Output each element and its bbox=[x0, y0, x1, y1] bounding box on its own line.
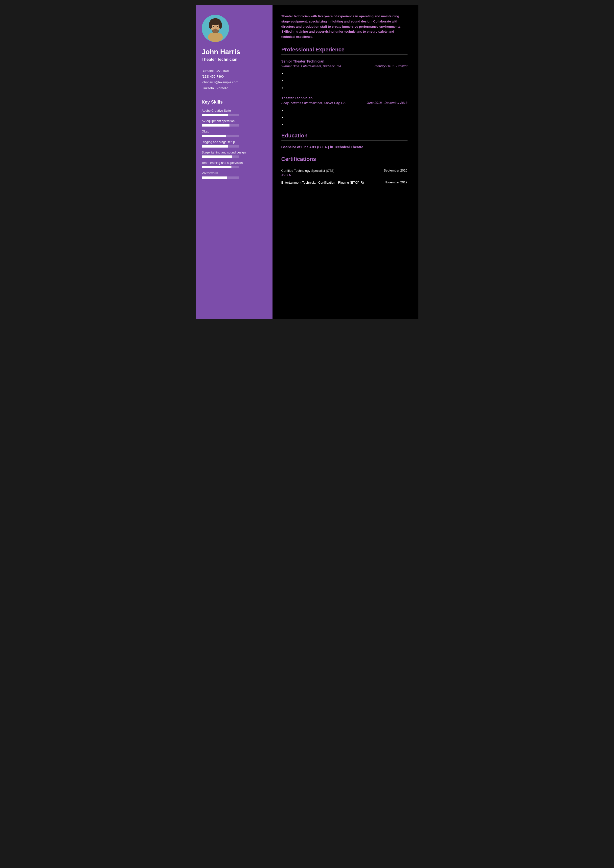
bullet-item bbox=[286, 78, 407, 83]
certifications-divider bbox=[281, 164, 407, 164]
skill-label: Stage lighting and sound design bbox=[202, 150, 267, 155]
certification-entry: Entertainment Technician Certification -… bbox=[281, 180, 407, 185]
education-list: Bachelor of Fine Arts (B.F.A.) in Techni… bbox=[281, 145, 407, 149]
cert-row: Entertainment Technician Certification -… bbox=[281, 180, 407, 185]
education-entry: Bachelor of Fine Arts (B.F.A.) in Techni… bbox=[281, 145, 407, 149]
job-dates: January 2019 - Present bbox=[374, 64, 407, 68]
skill-bar-fill bbox=[202, 155, 232, 158]
bullet-item bbox=[286, 108, 407, 113]
skill-label: AV equipment operation bbox=[202, 119, 267, 123]
contact-links[interactable]: LinkedIn | Portfolio bbox=[202, 86, 267, 90]
skill-bar-background bbox=[202, 155, 239, 158]
jobs-list: Senior Theater TechnicianWarner Bros. En… bbox=[281, 59, 407, 127]
svg-point-10 bbox=[213, 26, 214, 27]
cert-date: September 2020 bbox=[384, 169, 407, 172]
job-bullets bbox=[281, 71, 407, 90]
cert-left: Entertainment Technician Certification -… bbox=[281, 180, 364, 185]
education-degree: Bachelor of Fine Arts (B.F.A.) in Techni… bbox=[281, 145, 407, 149]
svg-point-4 bbox=[208, 32, 223, 42]
skill-item: Team training and supervision bbox=[202, 161, 267, 168]
cert-left: Certified Technology Specialist (CTS)AVI… bbox=[281, 169, 334, 177]
job-entry: Theater TechnicianSony Pictures Entertai… bbox=[281, 96, 407, 127]
svg-point-12 bbox=[215, 28, 216, 29]
svg-point-7 bbox=[219, 22, 222, 29]
job-dates: June 2018 - December 2018 bbox=[367, 101, 407, 105]
job-meta-row: Warner Bros. Entertainment, Burbank, CAJ… bbox=[281, 64, 407, 68]
experience-heading: Professional Experience bbox=[281, 46, 407, 53]
cert-name: Entertainment Technician Certification -… bbox=[281, 180, 364, 185]
skill-label: Vectorworks bbox=[202, 171, 267, 175]
resume-wrapper: John Harris Theater Technician Burbank, … bbox=[196, 5, 418, 319]
skill-label: Rigging and stage setup bbox=[202, 140, 267, 144]
skill-bar-background bbox=[202, 135, 239, 137]
skill-bar-background bbox=[202, 145, 239, 147]
avatar bbox=[202, 15, 229, 42]
job-title: Senior Theater Technician bbox=[281, 59, 325, 63]
certifications-list: Certified Technology Specialist (CTS)AVI… bbox=[281, 169, 407, 184]
skill-bar-fill bbox=[202, 177, 227, 179]
certification-entry: Certified Technology Specialist (CTS)AVI… bbox=[281, 169, 407, 177]
job-title-row: Senior Theater Technician bbox=[281, 59, 407, 64]
skill-bar-fill bbox=[202, 114, 228, 116]
contact-address: Burbank, CA 91501 bbox=[202, 69, 267, 73]
cert-date: November 2019 bbox=[384, 180, 407, 184]
skills-heading: Key Skills bbox=[202, 99, 267, 105]
bullet-item bbox=[286, 115, 407, 120]
svg-point-6 bbox=[209, 22, 212, 29]
skill-bar-fill bbox=[202, 135, 226, 137]
skill-item: AV equipment operation bbox=[202, 119, 267, 127]
skill-bar-fill bbox=[202, 124, 230, 127]
contact-section: Burbank, CA 91501 (123) 456-7890 johnhar… bbox=[202, 69, 267, 92]
skill-bar-background bbox=[202, 124, 239, 127]
job-company: Sony Pictures Entertainment, Culver City… bbox=[281, 101, 346, 105]
skill-item: Vectorworks bbox=[202, 171, 267, 179]
bullet-item bbox=[286, 71, 407, 76]
sidebar: John Harris Theater Technician Burbank, … bbox=[196, 5, 272, 319]
skill-bar-background bbox=[202, 177, 239, 179]
bullet-item bbox=[286, 85, 407, 90]
skill-item: Adobe Creative Suite bbox=[202, 109, 267, 116]
skill-label: Adobe Creative Suite bbox=[202, 109, 267, 113]
certifications-heading: Certifications bbox=[281, 156, 407, 163]
skill-item: Rigging and stage setup bbox=[202, 140, 267, 147]
education-section: Education Bachelor of Fine Arts (B.F.A.)… bbox=[281, 132, 407, 149]
svg-point-13 bbox=[212, 29, 219, 33]
main-content: Theater technician with five years of ex… bbox=[272, 5, 418, 319]
skill-item: QLab bbox=[202, 130, 267, 137]
skill-bar-background bbox=[202, 166, 239, 168]
cert-name: Certified Technology Specialist (CTS) bbox=[281, 169, 334, 173]
candidate-name: John Harris bbox=[202, 48, 267, 56]
skill-item: Stage lighting and sound design bbox=[202, 150, 267, 158]
candidate-title: Theater Technician bbox=[202, 57, 267, 62]
cert-row: Certified Technology Specialist (CTS)AVI… bbox=[281, 169, 407, 177]
certifications-section: Certifications Certified Technology Spec… bbox=[281, 156, 407, 184]
skill-label: Team training and supervision bbox=[202, 161, 267, 165]
job-meta-row: Sony Pictures Entertainment, Culver City… bbox=[281, 101, 407, 105]
job-entry: Senior Theater TechnicianWarner Bros. En… bbox=[281, 59, 407, 90]
job-title: Theater Technician bbox=[281, 96, 313, 100]
education-heading: Education bbox=[281, 132, 407, 139]
job-title-row: Theater Technician bbox=[281, 96, 407, 100]
skills-list: Adobe Creative SuiteAV equipment operati… bbox=[202, 109, 267, 182]
summary-text: Theater technician with five years of ex… bbox=[281, 14, 407, 40]
skill-bar-fill bbox=[202, 145, 228, 147]
contact-phone: (123) 456-7890 bbox=[202, 74, 267, 79]
svg-point-11 bbox=[217, 26, 218, 27]
skill-label: QLab bbox=[202, 130, 267, 133]
avatar-container bbox=[202, 15, 267, 42]
job-bullets bbox=[281, 108, 407, 127]
education-divider bbox=[281, 140, 407, 141]
cert-org: AVIXA bbox=[281, 173, 334, 177]
bullet-item bbox=[286, 122, 407, 127]
skill-bar-fill bbox=[202, 166, 232, 168]
job-company: Warner Bros. Entertainment, Burbank, CA bbox=[281, 64, 341, 68]
skill-bar-background bbox=[202, 114, 239, 116]
contact-email: johnharris@example.com bbox=[202, 80, 267, 85]
